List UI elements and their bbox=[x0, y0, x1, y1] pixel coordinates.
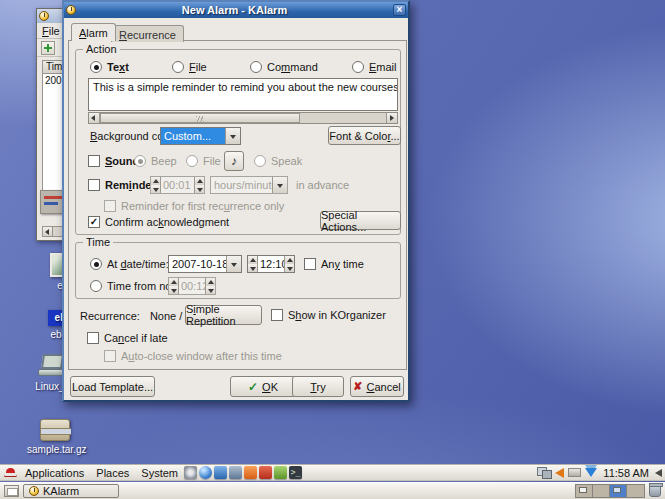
any-time-checkbox[interactable] bbox=[304, 258, 316, 270]
date-combobox[interactable]: 2007-10-18 bbox=[168, 255, 242, 273]
bottom-panel: KAlarm bbox=[0, 482, 665, 499]
updates-tray-icon[interactable] bbox=[585, 468, 597, 477]
auto-close-row: Auto-close window after this time bbox=[104, 349, 282, 363]
workspace-2[interactable] bbox=[593, 485, 610, 497]
confirm-ack-label: Confirm acknowledgment bbox=[105, 216, 229, 228]
message-textarea[interactable]: This is a simple reminder to remind you … bbox=[88, 78, 398, 111]
browser-launcher-icon[interactable] bbox=[199, 466, 212, 479]
workspace-switcher bbox=[575, 484, 645, 498]
sound-file-picker-button[interactable]: ♪ bbox=[224, 151, 244, 171]
show-korganizer-row: Show in KOrganizer bbox=[271, 308, 386, 322]
beep-radio bbox=[134, 155, 146, 167]
redhat-menu-icon[interactable] bbox=[4, 468, 17, 478]
tab-recurrence-label: Recurrence bbox=[119, 29, 176, 41]
alarm-clock-icon bbox=[66, 5, 76, 15]
reminder-checkbox[interactable] bbox=[88, 179, 100, 191]
at-datetime-label: At date/time: bbox=[107, 258, 169, 270]
desktop: ebi eB ebiz, Linux_T sample.tar.gz File … bbox=[0, 0, 665, 499]
spin-arrows-left[interactable] bbox=[248, 256, 258, 272]
command-radio[interactable] bbox=[250, 61, 262, 73]
writer-launcher-icon[interactable] bbox=[259, 466, 272, 479]
time-from-now-value: 00:12 bbox=[179, 278, 205, 294]
scroll-left-icon[interactable] bbox=[89, 113, 100, 123]
text-radio[interactable] bbox=[90, 61, 102, 73]
printer-tray-icon[interactable] bbox=[568, 468, 581, 477]
dialog-title: New Alarm - KAlarm bbox=[76, 4, 393, 16]
reminder-units-value: hours/minutes bbox=[211, 177, 272, 193]
cancel-if-late-row: Cancel if late bbox=[87, 331, 168, 345]
time-from-now-radio[interactable] bbox=[90, 280, 102, 292]
speaker-tray-icon[interactable] bbox=[655, 469, 662, 477]
beep-label: Beep bbox=[151, 155, 177, 167]
ok-button[interactable]: ✓ OK bbox=[230, 376, 296, 397]
cancel-x-icon: ✘ bbox=[353, 380, 362, 393]
task-button-kalarm[interactable]: KAlarm bbox=[23, 484, 119, 498]
time-value[interactable]: 12:10 bbox=[258, 256, 284, 272]
sound-file-radio-row: File bbox=[186, 154, 221, 168]
font-color-button[interactable]: Font & Color... bbox=[328, 126, 401, 145]
new-alarm-dialog: New Alarm - KAlarm × Alarm Recurrence Ac… bbox=[62, 0, 410, 402]
file-radio-row: File bbox=[172, 60, 207, 74]
show-korganizer-checkbox[interactable] bbox=[271, 309, 283, 321]
tab-alarm[interactable]: Alarm bbox=[71, 23, 116, 41]
clock[interactable]: 11:58 AM bbox=[601, 467, 651, 479]
menu-system[interactable]: System bbox=[135, 467, 184, 479]
confirm-ack-checkbox[interactable] bbox=[88, 216, 100, 228]
simple-repetition-button[interactable]: Simple Repetition bbox=[185, 305, 262, 325]
action-radio-row: Text bbox=[90, 60, 129, 74]
close-button[interactable]: × bbox=[393, 4, 406, 16]
scrollbar-thumb[interactable] bbox=[100, 113, 300, 123]
reminder-first-checkbox bbox=[104, 200, 116, 212]
show-desktop-icon[interactable] bbox=[4, 485, 19, 497]
network-tray-icon[interactable] bbox=[537, 467, 551, 478]
at-datetime-radio[interactable] bbox=[90, 258, 102, 270]
at-datetime-row: At date/time: bbox=[90, 257, 169, 271]
kalarm-task-icon bbox=[29, 486, 39, 496]
desktop-icon-archive[interactable]: sample.tar.gz bbox=[27, 419, 83, 455]
dialog-titlebar[interactable]: New Alarm - KAlarm × bbox=[64, 2, 408, 18]
beep-radio-row: Beep bbox=[134, 154, 177, 168]
volume-tray-icon[interactable] bbox=[555, 468, 564, 478]
tab-recurrence[interactable]: Recurrence bbox=[111, 25, 184, 42]
menu-applications[interactable]: Applications bbox=[19, 467, 90, 479]
terminal-launcher-icon[interactable]: >_ bbox=[289, 466, 302, 479]
dropdown-arrow-icon[interactable] bbox=[225, 128, 240, 144]
impress-launcher-icon[interactable] bbox=[244, 466, 257, 479]
try-button[interactable]: Try bbox=[292, 376, 344, 397]
text-radio-label: Text bbox=[107, 61, 129, 73]
message-hscrollbar[interactable] bbox=[88, 112, 398, 124]
time-spinbox[interactable]: 12:10 bbox=[247, 255, 295, 273]
cancel-button[interactable]: ✘ Cancel bbox=[350, 376, 404, 397]
command-radio-row: Command bbox=[250, 60, 318, 74]
bg-color-combobox[interactable]: Custom... bbox=[160, 127, 241, 145]
workspace-3-active[interactable] bbox=[610, 485, 627, 497]
settings-launcher-icon[interactable] bbox=[184, 466, 197, 479]
time-group-label: Time bbox=[83, 236, 113, 248]
file-radio-label: File bbox=[189, 61, 207, 73]
archive-icon bbox=[40, 419, 70, 441]
spin-arrows-left bbox=[151, 177, 161, 193]
new-alarm-toolbar-icon[interactable] bbox=[41, 41, 55, 55]
scroll-left-icon[interactable] bbox=[43, 227, 53, 236]
email-radio[interactable] bbox=[352, 61, 364, 73]
filemanager-launcher-icon[interactable] bbox=[229, 466, 242, 479]
workspace-4[interactable] bbox=[627, 485, 644, 497]
menu-places[interactable]: Places bbox=[90, 467, 135, 479]
dropdown-arrow-icon[interactable] bbox=[226, 256, 241, 272]
dropdown-arrow-icon bbox=[272, 177, 287, 193]
cancel-if-late-checkbox[interactable] bbox=[87, 332, 99, 344]
mail-launcher-icon[interactable] bbox=[214, 466, 227, 479]
trash-icon[interactable] bbox=[649, 485, 661, 497]
file-radio[interactable] bbox=[172, 61, 184, 73]
scrollbar-track[interactable] bbox=[300, 113, 386, 123]
scroll-right-icon[interactable] bbox=[386, 113, 397, 123]
load-template-button[interactable]: Load Template... bbox=[70, 376, 155, 397]
reminder-first-row: Reminder for first recurrence only bbox=[104, 199, 284, 213]
calc-launcher-icon[interactable] bbox=[274, 466, 287, 479]
sound-checkbox[interactable] bbox=[88, 155, 100, 167]
reminder-spinbox: 00:01 bbox=[150, 176, 205, 194]
workspace-1[interactable] bbox=[576, 485, 593, 497]
kalarm-window-icon bbox=[39, 11, 49, 21]
spin-arrows-right[interactable] bbox=[284, 256, 294, 272]
special-actions-button[interactable]: Special Actions... bbox=[320, 211, 401, 230]
